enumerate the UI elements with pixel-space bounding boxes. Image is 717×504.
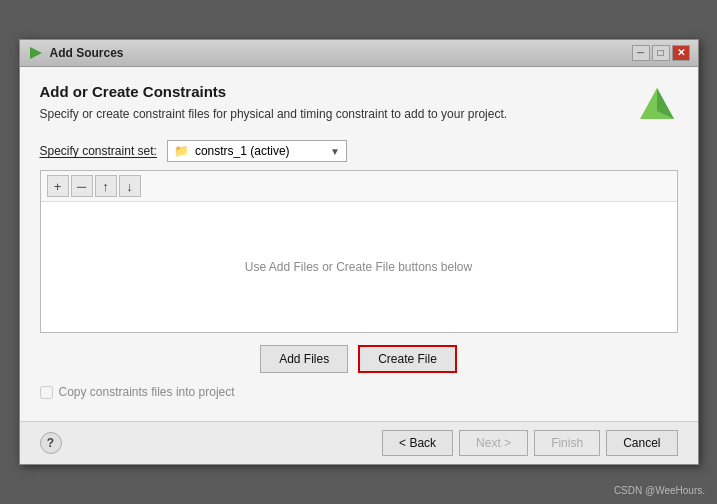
window-title: Add Sources: [50, 46, 124, 60]
logo-icon: [636, 83, 678, 125]
footer-right: < Back Next > Finish Cancel: [382, 430, 677, 456]
file-toolbar: + ─ ↑ ↓: [41, 171, 677, 202]
constraint-set-row: Specify constraint set: 📁 constrs_1 (act…: [40, 140, 678, 162]
header-text: Add or Create Constraints Specify or cre…: [40, 83, 636, 141]
back-button[interactable]: < Back: [382, 430, 453, 456]
down-arrow-icon: ↓: [126, 179, 133, 194]
constraint-set-value: constrs_1 (active): [195, 144, 290, 158]
chevron-down-icon: ▼: [330, 146, 340, 157]
help-button[interactable]: ?: [40, 432, 62, 454]
footer: ? < Back Next > Finish Cancel: [20, 421, 698, 464]
move-down-toolbar-button[interactable]: ↓: [119, 175, 141, 197]
move-up-toolbar-button[interactable]: ↑: [95, 175, 117, 197]
action-buttons: Add Files Create File: [40, 345, 678, 373]
constraint-set-label: Specify constraint set:: [40, 144, 157, 158]
finish-button[interactable]: Finish: [534, 430, 600, 456]
title-bar-left: Add Sources: [28, 45, 124, 61]
title-bar: Add Sources ─ □ ✕: [20, 40, 698, 67]
page-title: Add or Create Constraints: [40, 83, 636, 100]
constraint-set-dropdown[interactable]: 📁 constrs_1 (active) ▼: [167, 140, 347, 162]
next-button[interactable]: Next >: [459, 430, 528, 456]
file-list-placeholder: Use Add Files or Create File buttons bel…: [245, 260, 472, 274]
title-bar-controls: ─ □ ✕: [632, 45, 690, 61]
up-arrow-icon: ↑: [102, 179, 109, 194]
svg-marker-0: [30, 47, 42, 59]
page-description: Specify or create constraint files for p…: [40, 106, 636, 123]
page-header: Add or Create Constraints Specify or cre…: [40, 83, 678, 141]
watermark: CSDN @WeeHours.: [614, 485, 705, 496]
content-area: Add or Create Constraints Specify or cre…: [20, 67, 698, 422]
remove-file-toolbar-button[interactable]: ─: [71, 175, 93, 197]
footer-left: ?: [40, 432, 62, 454]
copy-constraints-label: Copy constraints files into project: [59, 385, 235, 399]
copy-constraints-checkbox[interactable]: [40, 386, 53, 399]
add-files-button[interactable]: Add Files: [260, 345, 348, 373]
create-file-button[interactable]: Create File: [358, 345, 457, 373]
copy-constraints-row: Copy constraints files into project: [40, 385, 678, 399]
add-file-toolbar-button[interactable]: +: [47, 175, 69, 197]
file-panel: + ─ ↑ ↓ Use Add Files or Create File but…: [40, 170, 678, 333]
file-list-area: Use Add Files or Create File buttons bel…: [41, 202, 677, 332]
window-icon: [28, 45, 44, 61]
minus-icon: ─: [77, 179, 86, 194]
folder-icon: 📁: [174, 144, 189, 158]
maximize-button[interactable]: □: [652, 45, 670, 61]
cancel-button[interactable]: Cancel: [606, 430, 677, 456]
minimize-button[interactable]: ─: [632, 45, 650, 61]
main-window: Add Sources ─ □ ✕ Add or Create Constrai…: [19, 39, 699, 466]
close-button[interactable]: ✕: [672, 45, 690, 61]
plus-icon: +: [54, 179, 62, 194]
